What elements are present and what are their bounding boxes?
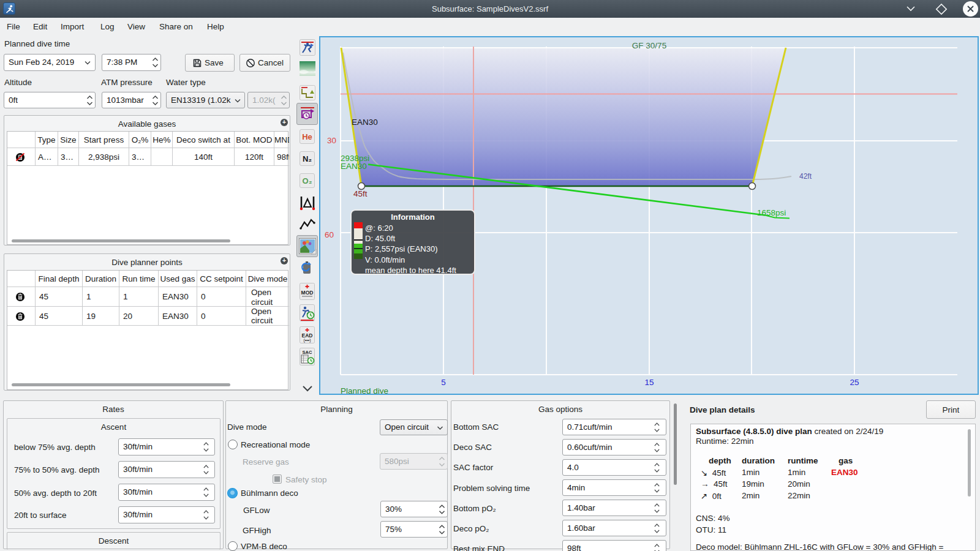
svg-text:42ft: 42ft <box>799 172 812 181</box>
svg-text:GF 30/75: GF 30/75 <box>632 41 666 50</box>
svg-text:EAN30: EAN30 <box>352 118 378 127</box>
svg-text:EAN30: EAN30 <box>341 162 367 171</box>
svg-text:30: 30 <box>327 136 336 145</box>
svg-text:60: 60 <box>325 230 334 239</box>
svg-text:5: 5 <box>441 378 446 387</box>
svg-text:Planned dive: Planned dive <box>341 386 388 395</box>
svg-text:1658psi: 1658psi <box>757 208 786 217</box>
svg-text:SAC: SAC <box>303 350 312 355</box>
svg-text:45ft: 45ft <box>353 189 368 198</box>
svg-text:15: 15 <box>644 378 654 387</box>
svg-text:25: 25 <box>850 378 859 387</box>
svg-text:(•••): (•••) <box>303 338 311 343</box>
svg-text:MOD: MOD <box>301 290 314 296</box>
